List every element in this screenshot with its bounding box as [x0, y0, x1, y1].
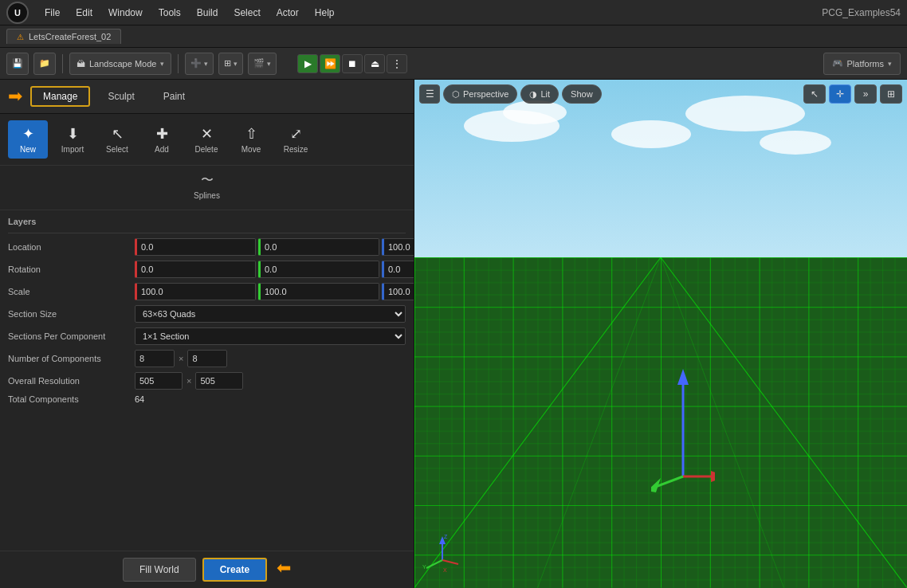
tab-sculpt[interactable]: Sculpt	[96, 88, 145, 105]
landscape-dropdown-arrow: ▾	[160, 60, 164, 68]
scale-x-input[interactable]	[135, 283, 256, 300]
platforms-label: Platforms	[847, 59, 884, 69]
rotation-label: Rotation	[8, 265, 132, 274]
scale-z-input[interactable]	[382, 283, 414, 300]
section-size-inputs: 63×63 Quads 127×127 Quads 255×255 Quads	[135, 305, 406, 323]
menu-select[interactable]: Select	[227, 6, 266, 20]
total-components-label: Total Components	[8, 394, 132, 404]
tab-warning-icon: ⚠	[17, 33, 24, 41]
properties-panel: Layers Location Rotation	[0, 210, 414, 551]
search-button[interactable]: 📁	[33, 53, 56, 75]
fill-world-button[interactable]: Fill World	[123, 558, 196, 582]
overall-resolution-y-input[interactable]	[195, 372, 243, 390]
tool-select[interactable]: ↖ Select	[97, 120, 137, 159]
tool-splines[interactable]: 〜 Splines	[8, 169, 406, 203]
overall-resolution-row: Overall Resolution ×	[8, 372, 406, 390]
landscape-mode-button[interactable]: 🏔 Landscape Mode ▾	[69, 53, 171, 75]
section-size-row: Section Size 63×63 Quads 127×127 Quads 2…	[8, 305, 406, 323]
grid-snap-icon: ⊞	[224, 58, 231, 69]
sections-per-component-select[interactable]: 1×1 Section 2×2 Sections	[135, 327, 406, 345]
viewport: ☰ ⬡ Perspective ◑ Lit Show ↖ ✛ »	[414, 80, 907, 588]
rotation-inputs	[135, 261, 414, 278]
tool-move[interactable]: ⇧ Move	[231, 120, 271, 159]
play-button[interactable]: ▶	[297, 54, 318, 73]
tab-label: LetsCreateForest_02	[29, 32, 111, 41]
hamburger-icon: ☰	[426, 88, 434, 100]
layout-button[interactable]: ⊞	[880, 84, 902, 104]
grid-snap-dropdown: ▾	[234, 60, 238, 68]
grid-snap-button[interactable]: ⊞ ▾	[218, 53, 243, 75]
overall-resolution-inputs: ×	[135, 372, 406, 390]
sections-per-component-inputs: 1×1 Section 2×2 Sections	[135, 327, 406, 345]
tab-bar: ⚠ LetsCreateForest_02	[0, 25, 907, 48]
lit-button[interactable]: ◑ Lit	[520, 84, 559, 104]
move-label: Move	[241, 145, 261, 154]
viewport-menu-button[interactable]: ☰	[419, 84, 440, 104]
toolbar-separator-2	[178, 54, 179, 73]
stop-button[interactable]: ⏹	[342, 54, 363, 73]
tool-new[interactable]: ✦ New	[8, 120, 48, 159]
camera-button[interactable]: 🎬 ▾	[248, 53, 277, 75]
menu-window[interactable]: Window	[102, 6, 149, 20]
landscape-icon: 🏔	[77, 59, 85, 69]
location-y-input[interactable]	[258, 238, 379, 256]
menu-build[interactable]: Build	[190, 6, 225, 20]
num-components-label: Number of Components	[8, 354, 132, 363]
splines-label: Splines	[194, 191, 220, 200]
add-button[interactable]: ➕ ▾	[185, 53, 214, 75]
more-modes-button[interactable]: »	[854, 84, 877, 104]
simulate-button[interactable]: ⏩	[320, 54, 340, 73]
lit-circle-icon: ◑	[529, 89, 537, 100]
more-play-button[interactable]: ⋮	[387, 54, 407, 73]
platforms-dropdown-arrow: ▾	[888, 60, 892, 68]
tool-row: ✦ New ⬇ Import ↖ Select ✚ Add ✕ Delete ⇧…	[0, 114, 414, 166]
move-mode-button[interactable]: ✛	[829, 84, 851, 104]
delete-label: Delete	[195, 145, 218, 154]
tool-delete[interactable]: ✕ Delete	[187, 120, 226, 159]
show-button[interactable]: Show	[562, 84, 602, 104]
add-label: Add	[155, 145, 169, 154]
resolution-x-separator: ×	[185, 376, 193, 386]
menu-actor[interactable]: Actor	[270, 6, 305, 20]
tool-add[interactable]: ✚ Add	[142, 120, 182, 159]
svg-text:Z: Z	[444, 534, 448, 539]
menu-edit[interactable]: Edit	[69, 6, 99, 20]
menu-help[interactable]: Help	[308, 6, 341, 20]
platforms-button[interactable]: 🎮 Platforms ▾	[823, 53, 901, 75]
tab-manage[interactable]: Manage	[30, 86, 90, 107]
main-tab[interactable]: ⚠ LetsCreateForest_02	[6, 29, 121, 44]
menu-tools[interactable]: Tools	[152, 6, 187, 20]
location-z-input[interactable]	[382, 238, 414, 256]
splines-icon: 〜	[201, 172, 214, 189]
perspective-button[interactable]: ⬡ Perspective	[443, 84, 517, 104]
location-x-input[interactable]	[135, 238, 256, 256]
camera-icon: 🎬	[253, 58, 265, 69]
left-panel: ➡ Manage Sculpt Paint ✦ New ⬇ Import ↖ S…	[0, 80, 414, 588]
location-label: Location	[8, 242, 132, 252]
create-button[interactable]: Create	[202, 558, 267, 582]
select-mode-button[interactable]: ↖	[803, 84, 826, 104]
rotation-z-input[interactable]	[382, 261, 414, 278]
tool-import[interactable]: ⬇ Import	[53, 120, 92, 159]
svg-line-15	[426, 560, 442, 568]
window-title: PCG_Examples54	[822, 7, 901, 18]
num-components-x-input[interactable]	[135, 350, 175, 367]
section-size-select[interactable]: 63×63 Quads 127×127 Quads 255×255 Quads	[135, 305, 406, 323]
tool-resize[interactable]: ⤢ Resize	[276, 120, 316, 159]
scale-y-input[interactable]	[258, 283, 379, 300]
rotation-x-input[interactable]	[135, 261, 256, 278]
separator-1	[8, 233, 406, 233]
select-cursor-icon: ↖	[811, 88, 819, 100]
delete-icon: ✕	[201, 125, 213, 143]
move-icon: ⇧	[245, 125, 257, 143]
eject-button[interactable]: ⏏	[364, 54, 385, 73]
ue-logo: U	[6, 2, 29, 24]
overall-resolution-x-input[interactable]	[135, 372, 183, 390]
menu-file[interactable]: File	[38, 6, 66, 20]
rotation-y-input[interactable]	[258, 261, 379, 278]
mode-tabs: ➡ Manage Sculpt Paint	[0, 80, 414, 114]
new-icon: ✦	[22, 125, 34, 143]
tab-paint[interactable]: Paint	[152, 88, 196, 105]
save-button[interactable]: 💾	[6, 53, 29, 75]
num-components-y-input[interactable]	[187, 350, 227, 367]
